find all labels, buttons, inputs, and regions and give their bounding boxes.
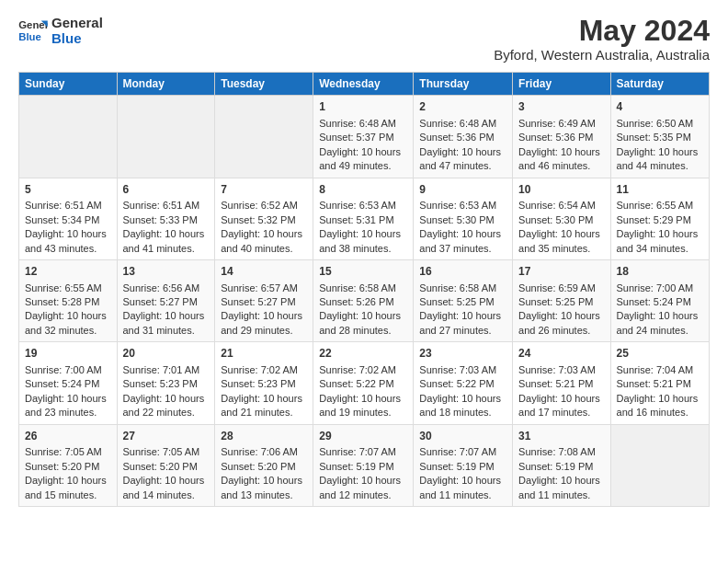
svg-text:Blue: Blue xyxy=(18,31,41,42)
day-info: Daylight: 10 hours and 46 minutes. xyxy=(518,145,604,174)
day-info: Sunset: 5:22 PM xyxy=(319,377,407,391)
day-info: Sunset: 5:23 PM xyxy=(221,377,307,391)
day-info: Daylight: 10 hours and 19 minutes. xyxy=(319,392,407,420)
day-number: 17 xyxy=(518,264,604,280)
day-number: 27 xyxy=(123,429,210,444)
col-header-sunday: Sunday xyxy=(19,73,118,96)
day-info: Sunset: 5:37 PM xyxy=(319,131,407,144)
col-header-tuesday: Tuesday xyxy=(215,73,313,96)
day-number: 21 xyxy=(221,346,307,362)
day-info: Sunrise: 6:51 AM xyxy=(123,199,210,213)
day-info: Sunrise: 6:55 AM xyxy=(617,199,703,213)
day-cell: 17Sunrise: 6:59 AMSunset: 5:25 PMDayligh… xyxy=(513,259,610,341)
day-number: 3 xyxy=(518,99,604,115)
day-number: 29 xyxy=(319,429,407,444)
day-cell: 9Sunrise: 6:53 AMSunset: 5:30 PMDaylight… xyxy=(414,178,513,259)
day-info: Sunrise: 7:02 AM xyxy=(319,363,407,377)
day-number: 8 xyxy=(319,182,407,198)
day-number: 11 xyxy=(617,182,703,198)
day-info: Daylight: 10 hours and 32 minutes. xyxy=(25,309,111,338)
day-info: Daylight: 10 hours and 40 minutes. xyxy=(221,227,307,256)
day-cell: 16Sunrise: 6:58 AMSunset: 5:25 PMDayligh… xyxy=(414,259,513,341)
day-cell: 30Sunrise: 7:07 AMSunset: 5:19 PMDayligh… xyxy=(414,424,513,506)
day-info: Daylight: 10 hours and 34 minutes. xyxy=(617,227,703,256)
day-cell: 26Sunrise: 7:05 AMSunset: 5:20 PMDayligh… xyxy=(19,424,118,506)
day-info: Daylight: 10 hours and 18 minutes. xyxy=(419,392,506,420)
day-info: Sunrise: 6:48 AM xyxy=(419,117,506,131)
day-cell: 5Sunrise: 6:51 AMSunset: 5:34 PMDaylight… xyxy=(19,178,118,259)
day-number: 31 xyxy=(518,429,604,444)
day-cell: 29Sunrise: 7:07 AMSunset: 5:19 PMDayligh… xyxy=(313,424,414,506)
day-info: Sunrise: 7:07 AM xyxy=(419,445,506,459)
day-info: Sunset: 5:35 PM xyxy=(617,131,703,144)
day-info: Daylight: 10 hours and 26 minutes. xyxy=(518,309,604,338)
day-info: Daylight: 10 hours and 17 minutes. xyxy=(518,392,604,420)
logo-general: General xyxy=(51,15,103,30)
day-cell: 12Sunrise: 6:55 AMSunset: 5:28 PMDayligh… xyxy=(19,259,118,341)
day-info: Sunset: 5:31 PM xyxy=(319,213,407,227)
day-number: 2 xyxy=(419,99,506,115)
day-cell: 6Sunrise: 6:51 AMSunset: 5:33 PMDaylight… xyxy=(117,178,215,259)
day-number: 12 xyxy=(25,264,111,280)
day-info: Daylight: 10 hours and 23 minutes. xyxy=(25,392,111,420)
day-info: Sunset: 5:19 PM xyxy=(419,460,506,474)
day-info: Sunrise: 6:58 AM xyxy=(419,282,506,295)
day-info: Daylight: 10 hours and 14 minutes. xyxy=(123,474,210,502)
day-info: Sunset: 5:29 PM xyxy=(617,213,703,227)
day-info: Sunrise: 7:08 AM xyxy=(518,445,604,459)
day-info: Sunrise: 7:01 AM xyxy=(123,363,210,377)
day-cell: 11Sunrise: 6:55 AMSunset: 5:29 PMDayligh… xyxy=(610,178,709,259)
day-info: Sunset: 5:25 PM xyxy=(419,295,506,309)
day-number: 25 xyxy=(617,346,703,362)
day-info: Sunset: 5:23 PM xyxy=(123,377,210,391)
day-info: Daylight: 10 hours and 31 minutes. xyxy=(123,309,210,338)
week-row-3: 12Sunrise: 6:55 AMSunset: 5:28 PMDayligh… xyxy=(19,259,710,341)
day-info: Sunrise: 6:53 AM xyxy=(419,199,506,213)
day-info: Sunset: 5:20 PM xyxy=(221,460,307,474)
day-info: Sunset: 5:22 PM xyxy=(419,377,506,391)
day-info: Sunset: 5:25 PM xyxy=(518,295,604,309)
day-info: Daylight: 10 hours and 12 minutes. xyxy=(319,474,407,502)
day-info: Sunrise: 7:03 AM xyxy=(419,363,506,377)
day-info: Sunset: 5:34 PM xyxy=(25,213,111,227)
day-info: Sunset: 5:27 PM xyxy=(221,295,307,309)
day-cell: 4Sunrise: 6:50 AMSunset: 5:35 PMDaylight… xyxy=(610,96,709,178)
day-info: Sunrise: 6:49 AM xyxy=(518,117,604,131)
day-info: Daylight: 10 hours and 11 minutes. xyxy=(419,474,506,502)
day-info: Daylight: 10 hours and 24 minutes. xyxy=(617,309,703,338)
day-info: Sunrise: 6:52 AM xyxy=(221,199,307,213)
day-info: Sunset: 5:30 PM xyxy=(419,213,506,227)
day-cell xyxy=(117,96,215,178)
day-info: Sunset: 5:19 PM xyxy=(319,460,407,474)
day-info: Sunset: 5:27 PM xyxy=(123,295,210,309)
day-info: Sunrise: 6:53 AM xyxy=(319,199,407,213)
day-info: Sunset: 5:32 PM xyxy=(221,213,307,227)
day-cell xyxy=(19,96,118,178)
calendar-table: SundayMondayTuesdayWednesdayThursdayFrid… xyxy=(18,72,710,507)
day-cell: 28Sunrise: 7:06 AMSunset: 5:20 PMDayligh… xyxy=(215,424,313,506)
day-info: Sunset: 5:33 PM xyxy=(123,213,210,227)
day-number: 30 xyxy=(419,429,506,444)
day-info: Sunrise: 7:05 AM xyxy=(25,445,111,459)
day-info: Daylight: 10 hours and 21 minutes. xyxy=(221,392,307,420)
day-info: Sunset: 5:20 PM xyxy=(25,460,111,474)
day-number: 19 xyxy=(25,346,111,362)
day-info: Sunrise: 7:04 AM xyxy=(617,363,703,377)
day-info: Sunrise: 7:02 AM xyxy=(221,363,307,377)
day-cell: 1Sunrise: 6:48 AMSunset: 5:37 PMDaylight… xyxy=(313,96,414,178)
day-cell: 15Sunrise: 6:58 AMSunset: 5:26 PMDayligh… xyxy=(313,259,414,341)
day-info: Sunset: 5:36 PM xyxy=(518,131,604,144)
day-number: 6 xyxy=(123,182,210,198)
day-info: Sunrise: 6:59 AM xyxy=(518,282,604,295)
col-header-thursday: Thursday xyxy=(414,73,513,96)
day-info: Sunset: 5:24 PM xyxy=(617,295,703,309)
day-info: Daylight: 10 hours and 41 minutes. xyxy=(123,227,210,256)
day-number: 7 xyxy=(221,182,307,198)
day-cell: 25Sunrise: 7:04 AMSunset: 5:21 PMDayligh… xyxy=(610,342,709,424)
day-number: 1 xyxy=(319,99,407,115)
day-info: Sunset: 5:20 PM xyxy=(123,460,210,474)
day-cell: 3Sunrise: 6:49 AMSunset: 5:36 PMDaylight… xyxy=(513,96,610,178)
day-cell: 21Sunrise: 7:02 AMSunset: 5:23 PMDayligh… xyxy=(215,342,313,424)
day-info: Sunrise: 6:58 AM xyxy=(319,282,407,295)
day-info: Daylight: 10 hours and 43 minutes. xyxy=(25,227,111,256)
